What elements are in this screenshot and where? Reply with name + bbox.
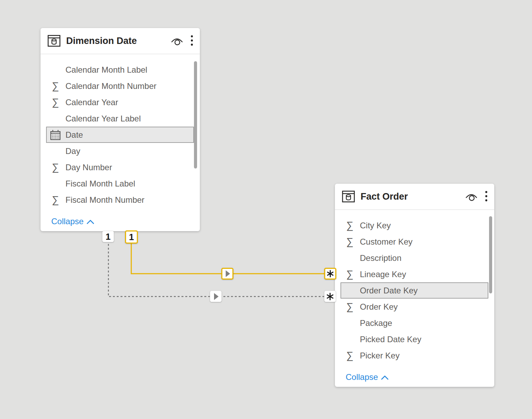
cardinality-one-marker-inactive[interactable]: 1 [102,231,114,242]
more-options-kebab-icon[interactable] [485,190,488,203]
cardinality-one-label: 1 [106,232,110,241]
visibility-eye-icon[interactable] [171,36,183,46]
field-row[interactable]: Description [340,250,488,266]
table-card-header[interactable]: Dimension Date [41,28,200,54]
field-label: Customer Key [360,237,413,247]
scrollbar[interactable] [489,216,492,293]
no-icon [50,112,61,126]
cardinality-one-marker-active[interactable]: 1 [125,230,138,244]
field-row[interactable]: Fiscal Month Label [46,175,194,192]
field-label: Day Number [65,163,112,172]
filter-direction-arrow-marker-active[interactable] [221,268,233,280]
no-icon [50,63,61,77]
field-label: Package [360,318,392,328]
table-title: Dimension Date [66,36,171,46]
no-icon [50,144,61,158]
sum-icon: ∑ [344,219,356,233]
sum-icon: ∑ [344,349,356,363]
table-icon [342,190,355,203]
field-label: Order Key [360,302,398,312]
field-row[interactable]: ∑ Calendar Year [46,94,194,110]
no-icon [344,316,356,330]
field-row[interactable]: Day [46,143,194,159]
sum-icon: ∑ [344,235,356,249]
field-row-selected[interactable]: Date [46,127,194,143]
calendar-icon [50,128,61,142]
arrow-right-icon [222,268,232,279]
no-icon [344,251,356,265]
chevron-up-icon [381,375,389,380]
field-row[interactable]: Calendar Year Label [46,110,194,127]
more-options-kebab-icon[interactable] [190,35,194,47]
sum-icon: ∑ [50,95,61,109]
field-label: Lineage Key [360,270,406,279]
field-label: Calendar Year [65,98,118,107]
field-label: Calendar Month Number [65,81,157,91]
field-label: Picked Date Key [360,335,421,344]
chevron-up-icon [87,219,94,225]
table-card-dimension-date[interactable]: Dimension Date Calendar Month Label [41,28,200,231]
field-label: Day [65,146,80,156]
collapse-label: Collapse [346,372,378,382]
relationship-line-inactive[interactable] [108,236,330,297]
cardinality-one-label: 1 [129,233,134,242]
table-icon [47,34,61,48]
field-row[interactable]: ∑ Order Key [340,299,488,315]
sum-icon: ∑ [344,267,356,281]
arrow-right-icon [211,291,221,302]
collapse-label: Collapse [51,217,83,226]
field-label: Picker Key [360,351,400,361]
field-row[interactable]: ∑ Fiscal Month Number [46,192,194,208]
field-row[interactable]: ∑ Calendar Month Number [46,78,194,94]
field-label: Fiscal Month Label [65,179,135,189]
table-title: Fact Order [361,191,465,202]
field-row-selected[interactable]: Order Date Key [340,282,488,299]
model-view-canvas: Dimension Date Calendar Month Label [0,0,532,419]
no-icon [344,333,356,346]
field-row[interactable]: ∑ City Key [340,217,488,234]
field-label: Calendar Month Label [65,65,147,75]
field-label: Description [360,253,401,263]
sum-icon: ∑ [50,161,61,174]
sum-icon: ∑ [50,79,61,93]
sum-icon: ∑ [344,300,356,314]
collapse-link[interactable]: Collapse [346,372,389,382]
field-row[interactable]: ∑ Customer Key [340,234,488,250]
field-row[interactable]: ∑ Day Number [46,159,194,175]
filter-direction-arrow-marker-inactive[interactable] [210,291,222,302]
collapse-link[interactable]: Collapse [51,217,94,226]
field-label: Date [65,130,83,140]
field-row[interactable]: Calendar Month Label [46,62,194,78]
asterisk-many-icon [325,291,335,302]
cardinality-many-marker-active[interactable] [324,268,336,280]
table-card-header[interactable]: Fact Order [335,184,494,210]
sum-icon: ∑ [50,193,61,207]
scrollbar[interactable] [194,61,197,168]
no-icon [344,284,356,298]
cardinality-many-marker-inactive[interactable] [324,291,336,302]
visibility-eye-icon[interactable] [465,191,478,202]
field-label: City Key [360,221,391,230]
field-list: ∑ City Key ∑ Customer Key Description ∑ … [335,217,494,364]
field-label: Order Date Key [360,286,418,295]
field-row[interactable]: ∑ Picker Key [340,347,488,364]
field-row[interactable]: Package [340,315,488,331]
field-label: Fiscal Month Number [65,195,144,205]
field-row[interactable]: ∑ Lineage Key [340,266,488,282]
field-row[interactable]: Picked Date Key [340,331,488,347]
field-list: Calendar Month Label ∑ Calendar Month Nu… [41,62,200,208]
field-label: Calendar Year Label [65,114,141,124]
table-card-fact-order[interactable]: Fact Order ∑ City Key ∑ [335,184,494,387]
no-icon [50,177,61,191]
asterisk-many-icon [325,268,335,279]
